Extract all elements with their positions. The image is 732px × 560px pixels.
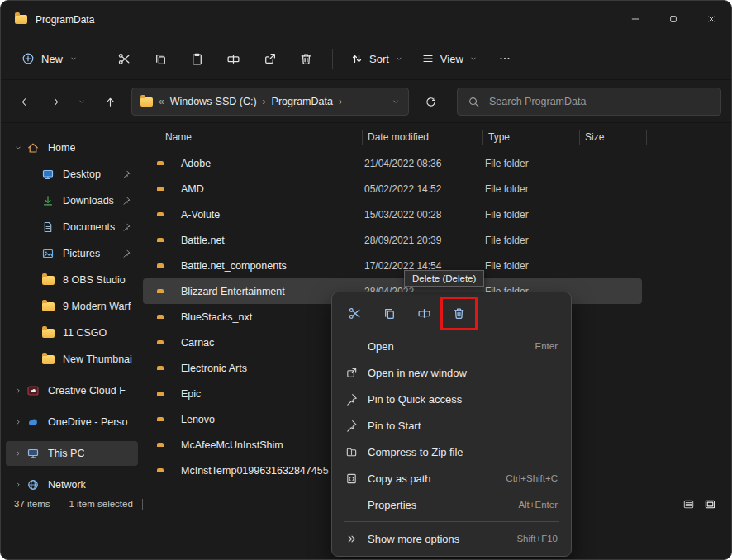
column-header-date[interactable]: Date modified [368, 131, 429, 143]
cut-button[interactable] [107, 44, 140, 74]
pin-icon [122, 249, 131, 258]
ctx-item-open-new-window[interactable]: Open in new window [336, 359, 567, 386]
folder-icon [40, 329, 55, 338]
back-button[interactable] [12, 88, 39, 115]
chevron-right-icon[interactable] [10, 418, 26, 426]
ctx-item-pin-quick-access[interactable]: Pin to Quick access [336, 386, 567, 412]
menu-item-shortcut: Enter [535, 341, 559, 351]
document-icon [40, 221, 55, 234]
breadcrumb-overflow[interactable]: « [159, 96, 164, 107]
folder-icon [140, 97, 153, 107]
arrow-left-icon [20, 96, 32, 108]
column-header-type[interactable]: Type [488, 131, 510, 143]
up-button[interactable] [97, 88, 123, 115]
sidebar-item-csgo[interactable]: 11 CSGO [6, 320, 138, 345]
address-bar[interactable]: « Windows-SSD (C:) › ProgramData › [131, 88, 409, 116]
menu-item-shortcut: Shift+F10 [516, 534, 558, 543]
breadcrumb-item-folder[interactable]: ProgramData [272, 96, 333, 107]
sidebar-item-creative-cloud[interactable]: Creative Cloud F [6, 378, 138, 403]
file-type: File folder [485, 235, 529, 246]
ctx-item-open[interactable]: Open Enter [336, 333, 567, 359]
selection-count: 1 item selected [69, 499, 132, 509]
breadcrumb-item-drive[interactable]: Windows-SSD (C:) [170, 96, 257, 107]
ctx-item-properties[interactable]: Properties Alt+Enter [336, 491, 567, 518]
see-more-button[interactable] [488, 44, 521, 74]
view-button[interactable]: View [414, 44, 485, 74]
command-toolbar: New Sort View [1, 38, 731, 80]
forward-button[interactable] [40, 88, 67, 115]
rename-icon [417, 306, 431, 320]
file-row[interactable]: Battle.net_components 17/02/2022 14:54 F… [143, 253, 642, 278]
file-row[interactable]: AMD 05/02/2022 14:52 File folder [143, 176, 642, 202]
ctx-item-pin-to-start[interactable]: Pin to Start [336, 412, 567, 439]
delete-button[interactable] [289, 44, 322, 74]
folder-icon [15, 15, 27, 24]
sidebar-item-new-thumbnails[interactable]: New Thumbnai [6, 347, 138, 372]
minimize-button[interactable] [616, 2, 654, 36]
new-button[interactable]: New [12, 45, 87, 73]
ctx-item-show-more-options[interactable]: Show more options Shift+F10 [336, 525, 567, 552]
sidebar-item-documents[interactable]: Documents [6, 215, 138, 240]
refresh-button[interactable] [417, 88, 444, 115]
recent-locations-button[interactable] [69, 88, 95, 115]
ellipsis-icon [498, 52, 511, 65]
maximize-button[interactable] [654, 2, 692, 36]
ctx-item-copy-as-path[interactable]: Copy as path Ctrl+Shift+C [336, 465, 567, 491]
column-header-name[interactable]: Name [165, 131, 192, 143]
delete-tooltip: Delete (Delete) [404, 270, 484, 287]
sidebar-item-downloads[interactable]: Downloads [6, 188, 138, 213]
chevron-down-icon [78, 97, 86, 106]
menu-item-shortcut: Ctrl+Shift+C [506, 473, 558, 483]
search-input[interactable] [487, 95, 711, 108]
ctx-copy-button[interactable] [374, 300, 405, 327]
column-divider[interactable] [362, 130, 363, 145]
chevron-right-icon[interactable] [10, 481, 26, 489]
sidebar-item-desktop[interactable]: Desktop [6, 162, 138, 187]
column-header-size[interactable]: Size [585, 131, 604, 143]
column-divider[interactable] [482, 130, 483, 145]
chevron-right-icon[interactable] [10, 387, 26, 395]
sidebar-item-obs-studio[interactable]: 8 OBS Studio [6, 268, 138, 292]
sidebar-item-onedrive[interactable]: OneDrive - Perso [6, 410, 138, 434]
sidebar-item-this-pc[interactable]: This PC [6, 441, 138, 466]
rename-button[interactable] [216, 44, 250, 74]
column-divider[interactable] [579, 130, 580, 145]
folder-icon [40, 276, 55, 285]
sort-icon [350, 52, 364, 65]
chevron-down-icon [69, 55, 78, 63]
copy-button[interactable] [144, 44, 177, 74]
ctx-cut-button[interactable] [340, 300, 370, 327]
menu-item-label: Pin to Quick access [368, 393, 462, 406]
sort-button[interactable]: Sort [343, 44, 411, 74]
file-row[interactable]: Adobe 21/04/2022 08:36 File folder [143, 150, 642, 176]
sidebar-item-modern-warfare[interactable]: 9 Modern Warf [6, 294, 138, 319]
search-box[interactable] [457, 88, 721, 116]
breadcrumb-chevron[interactable]: › [263, 96, 266, 107]
paste-button[interactable] [180, 44, 213, 74]
home-icon [26, 141, 40, 154]
file-name: Lenovo [181, 414, 215, 425]
file-row[interactable]: Battle.net 28/09/2021 20:39 File folder [143, 227, 642, 253]
sidebar-item-network[interactable]: Network [6, 472, 138, 491]
column-divider[interactable] [646, 130, 647, 145]
ctx-rename-button[interactable] [409, 300, 440, 327]
folder-icon [40, 355, 55, 364]
chevron-right-icon[interactable] [10, 449, 26, 458]
sidebar-item-pictures[interactable]: Pictures [6, 241, 138, 266]
ctx-item-compress-zip[interactable]: Compress to Zip file [336, 439, 567, 465]
search-icon [468, 96, 480, 108]
address-dropdown-button[interactable] [392, 97, 400, 106]
file-row[interactable]: A-Volute 15/03/2022 00:28 File folder [143, 202, 642, 227]
details-view-button[interactable] [680, 496, 696, 511]
ctx-delete-button[interactable] [444, 300, 474, 327]
menu-item-label: Copy as path [368, 472, 431, 485]
window-title: ProgramData [36, 14, 94, 26]
chevron-down-icon[interactable] [10, 144, 26, 152]
sidebar-item-home[interactable]: Home [6, 135, 138, 160]
share-button[interactable] [253, 44, 286, 74]
file-name: Blizzard Entertainment [181, 286, 285, 297]
folder-icon [40, 302, 55, 311]
breadcrumb-chevron[interactable]: › [339, 96, 342, 107]
close-button[interactable] [692, 2, 730, 36]
large-icons-view-button[interactable] [701, 496, 718, 511]
